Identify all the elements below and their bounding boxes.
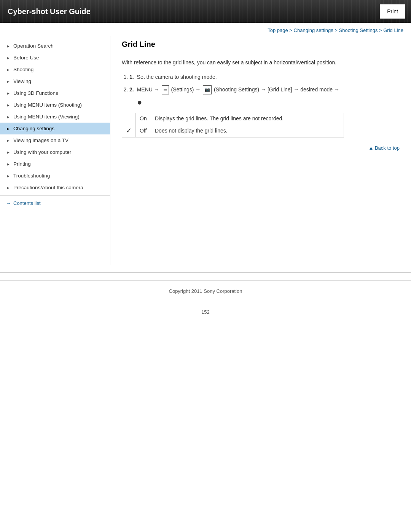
sidebar-item-troubleshooting[interactable]: ► Troubleshooting	[0, 170, 110, 182]
footer: Copyright 2011 Sony Corporation	[0, 280, 411, 302]
back-to-top[interactable]: ▲ Back to top	[122, 145, 400, 151]
row-description-off: Does not display the grid lines.	[151, 124, 344, 137]
row-description-on: Displays the grid lines. The grid lines …	[151, 113, 344, 124]
sidebar-item-label: Shooting	[13, 67, 33, 72]
arrow-right-icon: →	[6, 200, 11, 206]
breadcrumb-changing-settings[interactable]: Changing settings	[294, 27, 333, 33]
arrow-icon: ►	[6, 44, 10, 48]
step-2-number: 2.	[129, 86, 134, 93]
sidebar-item-changing-settings[interactable]: ► Changing settings	[0, 123, 110, 134]
breadcrumb: Top page > Changing settings > Shooting …	[0, 23, 411, 36]
sidebar-item-label: Printing	[13, 161, 31, 167]
footer-divider	[0, 272, 411, 273]
arrow-icon: ►	[6, 162, 10, 166]
sidebar-item-label: Troubleshooting	[13, 173, 50, 179]
copyright-text: Copyright 2011 Sony Corporation	[169, 288, 242, 294]
arrow-icon: ►	[6, 56, 10, 60]
arrow-icon: ►	[6, 91, 10, 96]
breadcrumb-shooting-settings[interactable]: Shooting Settings	[339, 27, 378, 33]
steps-list: 1. Set the camera to shooting mode. 2. M…	[129, 73, 400, 94]
sidebar-item-using-menu-viewing[interactable]: ► Using MENU items (Viewing)	[0, 111, 110, 123]
main-content: Grid Line With reference to the grid lin…	[110, 36, 411, 162]
sidebar-item-label: Precautions/About this camera	[13, 185, 83, 190]
print-button[interactable]: Print	[380, 4, 405, 19]
sidebar-item-label: Before Use	[13, 55, 39, 61]
settings-table: On Displays the grid lines. The grid lin…	[122, 113, 344, 137]
breadcrumb-top-page[interactable]: Top page	[268, 27, 288, 33]
arrow-icon: ►	[6, 103, 10, 107]
arrow-icon: ►	[6, 67, 10, 72]
arrow-icon: ►	[6, 79, 10, 84]
sidebar-item-using-3d[interactable]: ► Using 3D Functions	[0, 87, 110, 99]
contents-list-label: Contents list	[13, 200, 41, 206]
step-1: 1. Set the camera to shooting mode.	[129, 73, 400, 81]
step-2-text: MENU → ⚌ (Settings) → 📷 (Shooting Settin…	[137, 86, 339, 93]
row-icon-off: ✓	[122, 124, 136, 137]
sidebar-item-before-use[interactable]: ► Before Use	[0, 52, 110, 64]
arrow-icon: ►	[6, 174, 10, 178]
sidebar-item-label: Viewing	[13, 78, 31, 84]
contents-list-link[interactable]: → Contents list	[0, 195, 110, 211]
sidebar-item-using-menu-shooting[interactable]: ► Using MENU items (Shooting)	[0, 99, 110, 111]
arrow-icon: ►	[6, 138, 10, 143]
arrow-icon: ►	[6, 150, 10, 155]
back-to-top-link[interactable]: ▲ Back to top	[368, 145, 400, 151]
sidebar-item-viewing-tv[interactable]: ► Viewing images on a TV	[0, 134, 110, 146]
sidebar-item-label: Operation Search	[13, 43, 54, 49]
page-number: 152	[0, 302, 411, 323]
row-icon-on	[122, 113, 136, 124]
content-description: With reference to the grid lines, you ca…	[122, 58, 400, 67]
sidebar-item-using-computer[interactable]: ► Using with your computer	[0, 146, 110, 158]
breadcrumb-current: Grid Line	[383, 27, 403, 33]
step-1-text: Set the camera to shooting mode.	[137, 74, 217, 80]
arrow-icon: ►	[6, 115, 10, 119]
back-to-top-label: Back to top	[375, 145, 400, 151]
main-layout: ► Operation Search ► Before Use ► Shooti…	[0, 36, 411, 265]
triangle-up-icon: ▲	[368, 145, 373, 151]
page-header: Cyber-shot User Guide Print	[0, 0, 411, 23]
table-row: ✓ Off Does not display the grid lines.	[122, 124, 344, 137]
step-2: 2. MENU → ⚌ (Settings) → 📷 (Shooting Set…	[129, 85, 400, 94]
row-label-on: On	[136, 113, 151, 124]
sidebar-item-label: Viewing images on a TV	[13, 137, 68, 143]
site-title: Cyber-shot User Guide	[0, 0, 98, 23]
table-row: On Displays the grid lines. The grid lin…	[122, 113, 344, 124]
page-title: Grid Line	[122, 40, 400, 52]
sidebar-item-precautions[interactable]: ► Precautions/About this camera	[0, 182, 110, 193]
sidebar-item-shooting[interactable]: ► Shooting	[0, 64, 110, 75]
row-label-off: Off	[136, 124, 151, 137]
camera-icon: 📷	[203, 85, 212, 94]
sidebar-item-label: Changing settings	[13, 126, 54, 131]
sidebar-item-operation-search[interactable]: ► Operation Search	[0, 40, 110, 52]
checkmark-icon: ✓	[126, 127, 132, 134]
sidebar: ► Operation Search ► Before Use ► Shooti…	[0, 36, 110, 265]
sidebar-item-label: Using with your computer	[13, 149, 71, 155]
arrow-icon: ►	[6, 126, 10, 131]
bullet-dot: ●	[137, 98, 400, 107]
settings-icon: ⚌	[162, 85, 169, 94]
sidebar-item-printing[interactable]: ► Printing	[0, 158, 110, 170]
sidebar-item-viewing[interactable]: ► Viewing	[0, 75, 110, 87]
arrow-icon: ►	[6, 185, 10, 190]
sidebar-item-label: Using MENU items (Viewing)	[13, 114, 80, 120]
sidebar-item-label: Using 3D Functions	[13, 90, 58, 96]
sidebar-item-label: Using MENU items (Shooting)	[13, 102, 82, 108]
step-1-number: 1.	[129, 74, 134, 80]
